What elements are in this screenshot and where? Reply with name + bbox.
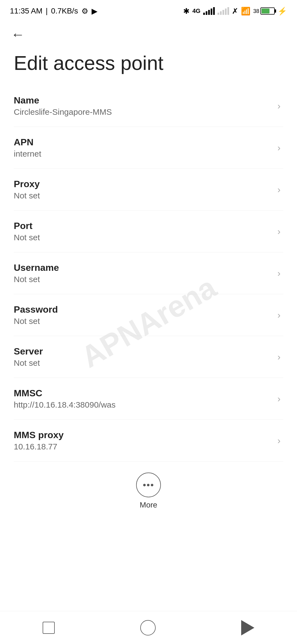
battery-icon xyxy=(260,7,275,15)
speed-display: | xyxy=(46,7,48,15)
settings-item-mmsc[interactable]: MMSChttp://10.16.18.4:38090/was› xyxy=(14,378,283,420)
settings-item-proxy[interactable]: ProxyNot set› xyxy=(14,169,283,211)
settings-item-apn[interactable]: APNinternet› xyxy=(14,127,283,169)
settings-label-port: Port xyxy=(14,220,272,231)
signal-bars-1 xyxy=(203,7,215,15)
settings-label-username: Username xyxy=(14,262,272,273)
settings-label-mms-proxy: MMS proxy xyxy=(14,430,272,440)
settings-item-content-name: NameCircleslife-Singapore-MMS xyxy=(14,95,272,117)
settings-item-content-mms-proxy: MMS proxy10.16.18.77 xyxy=(14,430,272,451)
time-display: 11:35 AM xyxy=(10,7,42,15)
chevron-icon-mmsc: › xyxy=(277,393,280,404)
settings-value-port: Not set xyxy=(14,233,272,242)
chevron-icon-apn: › xyxy=(277,142,280,153)
settings-label-name: Name xyxy=(14,95,272,106)
chevron-icon-port: › xyxy=(277,226,280,237)
settings-item-content-proxy: ProxyNot set xyxy=(14,179,272,200)
back-icon xyxy=(241,620,254,635)
signal-bars-2 xyxy=(218,7,229,15)
settings-value-password: Not set xyxy=(14,316,272,326)
network-speed: 0.7KB/s xyxy=(51,7,78,15)
settings-value-name: Circleslife-Singapore-MMS xyxy=(14,107,272,117)
settings-item-port[interactable]: PortNot set› xyxy=(14,211,283,252)
nav-back-button[interactable] xyxy=(241,620,254,635)
chevron-icon-name: › xyxy=(277,100,280,111)
home-icon xyxy=(140,620,156,635)
settings-label-password: Password xyxy=(14,304,272,315)
settings-list: NameCircleslife-Singapore-MMS›APNinterne… xyxy=(0,85,297,462)
back-button[interactable]: ← xyxy=(11,28,25,41)
page-title: Edit access point xyxy=(14,52,283,74)
chevron-icon-username: › xyxy=(277,268,280,279)
nav-recent-button[interactable] xyxy=(43,622,55,634)
more-container: ••• More xyxy=(0,462,297,515)
settings-item-content-password: PasswordNot set xyxy=(14,304,272,326)
more-button[interactable]: ••• xyxy=(136,473,161,497)
page-title-container: Edit access point xyxy=(0,44,297,85)
settings-item-content-apn: APNinternet xyxy=(14,137,272,159)
more-dots-icon: ••• xyxy=(143,480,154,490)
settings-label-mmsc: MMSC xyxy=(14,388,272,399)
chevron-icon-server: › xyxy=(277,351,280,362)
settings-value-apn: internet xyxy=(14,149,272,159)
settings-icon: ⚙ xyxy=(81,7,88,16)
settings-value-server: Not set xyxy=(14,358,272,368)
settings-value-mmsc: http://10.16.18.4:38090/was xyxy=(14,400,272,410)
settings-item-content-mmsc: MMSChttp://10.16.18.4:38090/was xyxy=(14,388,272,410)
settings-value-proxy: Not set xyxy=(14,191,272,200)
header: ← xyxy=(0,22,297,44)
battery-fill xyxy=(262,9,270,13)
settings-label-proxy: Proxy xyxy=(14,179,272,189)
wifi-icon: 📶 xyxy=(241,7,251,16)
settings-label-server: Server xyxy=(14,346,272,357)
nav-bar xyxy=(0,611,297,644)
chevron-icon-proxy: › xyxy=(277,184,280,195)
settings-item-username[interactable]: UsernameNot set› xyxy=(14,252,283,294)
settings-value-username: Not set xyxy=(14,275,272,284)
chevron-icon-password: › xyxy=(277,310,280,320)
settings-item-content-username: UsernameNot set xyxy=(14,262,272,284)
nav-home-button[interactable] xyxy=(140,620,156,635)
recent-apps-icon xyxy=(43,622,55,634)
network-4g-icon: 4G xyxy=(192,7,200,15)
battery-percent-text: 38 xyxy=(253,8,259,14)
settings-value-mms-proxy: 10.16.18.77 xyxy=(14,442,272,451)
settings-item-password[interactable]: PasswordNot set› xyxy=(14,294,283,336)
video-icon: ▶ xyxy=(92,7,98,16)
settings-item-content-port: PortNot set xyxy=(14,220,272,242)
bluetooth-icon: ✱ xyxy=(183,7,189,16)
charging-icon: ⚡ xyxy=(277,7,287,16)
settings-item-name[interactable]: NameCircleslife-Singapore-MMS› xyxy=(14,85,283,127)
battery-container: 38 xyxy=(253,7,275,15)
more-label: More xyxy=(140,501,157,509)
status-left: 11:35 AM | 0.7KB/s ⚙ ▶ xyxy=(10,7,98,16)
settings-item-content-server: ServerNot set xyxy=(14,346,272,368)
status-right: ✱ 4G ✗ 📶 38 ⚡ xyxy=(183,7,287,16)
no-signal-icon: ✗ xyxy=(232,7,238,16)
status-bar: 11:35 AM | 0.7KB/s ⚙ ▶ ✱ 4G ✗ 📶 38 xyxy=(0,0,297,22)
settings-label-apn: APN xyxy=(14,137,272,148)
settings-item-server[interactable]: ServerNot set› xyxy=(14,336,283,378)
chevron-icon-mms-proxy: › xyxy=(277,435,280,446)
settings-item-mms-proxy[interactable]: MMS proxy10.16.18.77› xyxy=(14,420,283,462)
